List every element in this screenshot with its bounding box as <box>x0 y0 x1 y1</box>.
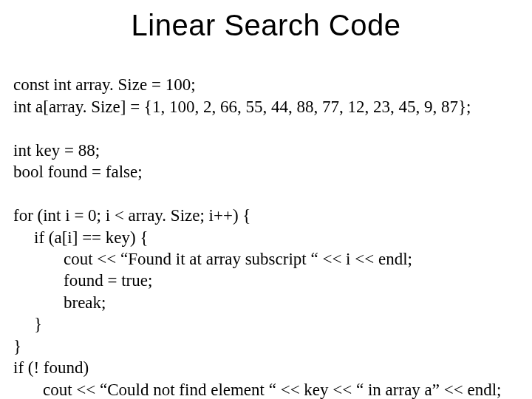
code-line: for (int i = 0; i < array. Size; i++) { <box>13 206 250 225</box>
code-line: } <box>13 337 21 355</box>
code-line: cout << “Could not find element “ << key… <box>13 379 501 399</box>
code-line: break; <box>13 292 106 313</box>
code-line: int a[array. Size] = {1, 100, 2, 66, 55,… <box>13 98 471 116</box>
code-line: if (! found) <box>13 358 89 377</box>
code-line: bool found = false; <box>13 163 143 181</box>
code-block: const int array. Size = 100; int a[array… <box>13 52 519 399</box>
code-line: } <box>13 313 42 335</box>
code-line: int key = 88; <box>13 141 100 160</box>
slide-title: Linear Search Code <box>13 9 519 42</box>
code-line: cout << “Found it at array subscript “ <… <box>13 248 412 270</box>
code-line: const int array. Size = 100; <box>13 75 196 94</box>
slide: Linear Search Code const int array. Size… <box>0 0 532 399</box>
code-line: found = true; <box>13 270 152 291</box>
code-line: if (a[i] == key) { <box>13 227 148 248</box>
